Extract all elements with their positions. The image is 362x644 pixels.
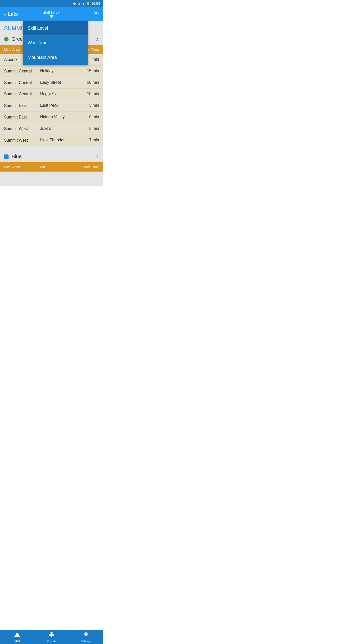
dropdown-item-skill-level[interactable]: Skill Level bbox=[23, 21, 88, 36]
sun-icon[interactable] bbox=[93, 10, 99, 18]
svg-point-0 bbox=[95, 12, 97, 14]
svg-line-8 bbox=[94, 15, 95, 15]
svg-line-5 bbox=[94, 11, 95, 12]
dropdown-item-wait-time[interactable]: Wait Time bbox=[23, 36, 88, 50]
status-time: 16:54 bbox=[91, 2, 100, 6]
wifi-icon: ▲ bbox=[78, 2, 81, 5]
filter-dropdown-trigger[interactable]: Skill Level bbox=[42, 10, 61, 18]
status-icons: ⏰ ▲ ▲ 🔋 16:54 bbox=[73, 2, 100, 6]
svg-line-6 bbox=[98, 15, 98, 15]
back-button[interactable]: ‹ bbox=[4, 11, 6, 17]
svg-line-7 bbox=[98, 11, 98, 12]
status-bar: ⏰ ▲ ▲ 🔋 16:54 bbox=[0, 0, 103, 7]
dropdown-item-mountain-area[interactable]: Mountain Area bbox=[23, 50, 88, 65]
alarm-icon: ⏰ bbox=[73, 2, 76, 5]
signal-icon: ▲ bbox=[82, 2, 85, 5]
app-header: ‹ Lifts Skill Level bbox=[0, 7, 103, 21]
battery-icon: 🔋 bbox=[86, 2, 90, 5]
chevron-down-icon bbox=[50, 15, 54, 18]
filter-dropdown: Skill Level Wait Time Mountain Area bbox=[23, 21, 88, 65]
page-title: Lifts bbox=[8, 11, 18, 17]
filter-label: Skill Level bbox=[42, 10, 61, 15]
